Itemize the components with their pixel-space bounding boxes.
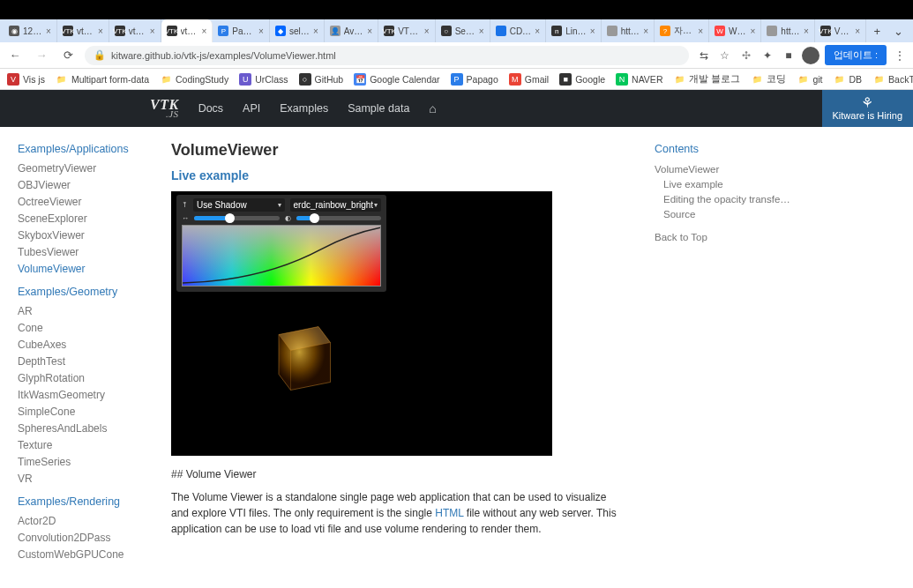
extension-icon[interactable]: ✣	[738, 48, 754, 63]
close-icon[interactable]: ×	[479, 26, 484, 36]
sidebar-item[interactable]: DepthTest	[18, 355, 150, 368]
browser-tab[interactable]: PPapag×	[213, 19, 270, 42]
bookmark-item[interactable]: ■Google	[559, 73, 605, 86]
back-to-top[interactable]: Back to Top	[655, 232, 792, 242]
reload-button[interactable]: ⟳	[58, 46, 78, 65]
github-icon[interactable]: ⌂	[429, 101, 436, 115]
sidebar-item[interactable]: ItkWasmGeometry	[18, 389, 150, 401]
bookmark-item[interactable]: UUrClass	[239, 73, 288, 86]
toc-item[interactable]: Editing the opacity transfe…	[655, 194, 792, 205]
sidebar-item[interactable]: OBJViewer	[18, 179, 150, 191]
browser-tab[interactable]: WWhat×	[709, 19, 761, 42]
tabs-dropdown[interactable]: ⌄	[887, 19, 909, 42]
close-icon[interactable]: ×	[313, 26, 318, 36]
toc-item[interactable]: VolumeViewer	[655, 164, 792, 175]
url-bar[interactable]: 🔒 kitware.github.io/vtk-js/examples/Volu…	[85, 46, 689, 65]
bookmark-item[interactable]: 📁git	[797, 73, 822, 86]
nav-examples[interactable]: Examples	[280, 102, 328, 115]
browser-tab[interactable]: ◉127.0×	[4, 19, 57, 42]
bookmark-item[interactable]: 📁CodingStudy	[160, 73, 228, 86]
close-icon[interactable]: ×	[855, 26, 860, 36]
sidebar-item[interactable]: Cone	[18, 322, 150, 334]
sidebar-item[interactable]: SimpleCone	[18, 406, 150, 418]
close-icon[interactable]: ×	[804, 26, 809, 36]
browser-tab[interactable]: https:×	[602, 19, 655, 42]
close-icon[interactable]: ×	[150, 26, 155, 36]
back-button[interactable]: ←	[5, 46, 25, 65]
sidebar-item[interactable]: SceneExplorer	[18, 212, 150, 225]
bookmark-item[interactable]: MGmail	[509, 73, 549, 86]
bookmark-item[interactable]: 📁DB	[833, 73, 862, 86]
sidebar-heading[interactable]: Examples/Rendering	[18, 495, 150, 508]
browser-tab[interactable]: ○Searc×	[436, 19, 490, 42]
sidebar-item[interactable]: VR	[18, 473, 150, 485]
sidebar-item[interactable]: CubeAxes	[18, 339, 150, 351]
browser-tab[interactable]: VTKvtk.js×	[161, 19, 213, 42]
toc-item[interactable]: Source	[655, 209, 792, 220]
upload-icon[interactable]: ⤒	[182, 201, 188, 209]
close-icon[interactable]: ×	[535, 26, 540, 36]
bookmark-item[interactable]: VVis js	[7, 73, 45, 86]
sidebar-item[interactable]: TimeSeries	[18, 456, 150, 468]
close-icon[interactable]: ×	[590, 26, 595, 36]
sidebar-heading[interactable]: Examples/Geometry	[18, 286, 150, 298]
bookmark-item[interactable]: NNAVER	[616, 73, 662, 86]
browser-tab[interactable]: VTKVTK E×	[378, 19, 436, 42]
shadow-select[interactable]: Use Shadow ▾	[193, 198, 285, 212]
bookmark-item[interactable]: 📁코딩	[751, 73, 786, 86]
bookmark-item[interactable]: 📁Multipart form-data	[56, 73, 149, 86]
close-icon[interactable]: ×	[698, 26, 703, 36]
close-icon[interactable]: ×	[98, 26, 103, 36]
close-icon[interactable]: ×	[258, 26, 264, 36]
close-icon[interactable]: ×	[750, 26, 755, 36]
browser-tab[interactable]: 👤Avata×	[325, 19, 378, 42]
sidebar-item[interactable]: Convolution2DPass	[18, 532, 150, 544]
sidebar-item[interactable]: GlyphRotation	[18, 372, 150, 384]
extension-dot-icon[interactable]: ■	[781, 48, 797, 63]
bookmark-item[interactable]: 📁개발 블로그	[673, 73, 740, 86]
gradient-editor[interactable]	[182, 225, 381, 287]
extensions-icon[interactable]: ✦	[760, 48, 775, 63]
new-tab-button[interactable]: +	[866, 19, 887, 42]
preset-select[interactable]: erdc_rainbow_bright ▾	[290, 198, 382, 212]
translate-icon[interactable]: ⇆	[696, 48, 712, 63]
sidebar-item[interactable]: SpheresAndLabels	[18, 422, 150, 435]
sidebar-heading[interactable]: Examples/Applications	[18, 143, 150, 155]
volume-viewer-canvas[interactable]: ⤒ Use Shadow ▾ erdc_rainbow_bright ▾ ↔	[171, 191, 552, 456]
bookmark-item[interactable]: ○GitHub	[299, 73, 344, 86]
browser-tab[interactable]: ◆select×	[270, 19, 325, 42]
bookmark-item[interactable]: 📅Google Calendar	[354, 73, 439, 86]
sidebar-item[interactable]: AR	[18, 305, 150, 317]
spacing-slider[interactable]	[194, 216, 280, 220]
nav-sample-data[interactable]: Sample data	[348, 102, 409, 115]
bookmark-star-icon[interactable]: ☆	[717, 48, 733, 63]
left-sidebar[interactable]: Examples/ApplicationsGeometryViewerOBJVi…	[0, 127, 150, 588]
hiring-banner[interactable]: ⚘ Kitware is Hiring	[822, 90, 913, 127]
forward-button[interactable]: →	[32, 46, 51, 65]
browser-tab[interactable]: ?자식 -×	[655, 19, 709, 42]
nav-api[interactable]: API	[243, 102, 260, 115]
menu-icon[interactable]: ⋮	[892, 48, 908, 63]
main-content[interactable]: VolumeViewer Live example ⤒ Use Shadow ▾…	[150, 127, 644, 588]
sidebar-item[interactable]: Actor2D	[18, 515, 150, 527]
sidebar-item[interactable]: OctreeViewer	[18, 196, 150, 208]
browser-tab[interactable]: VTKVTK:×	[815, 19, 866, 42]
sidebar-item[interactable]: TubesViewer	[18, 246, 150, 258]
nav-docs[interactable]: Docs	[198, 102, 223, 115]
sidebar-item[interactable]: Texture	[18, 439, 150, 451]
update-button[interactable]: 업데이트 :	[825, 45, 887, 65]
browser-tab[interactable]: VTKvtk.js×	[109, 19, 161, 42]
toc-item[interactable]: Live example	[655, 179, 792, 190]
profile-avatar[interactable]	[802, 47, 819, 64]
sidebar-item[interactable]: GeometryViewer	[18, 162, 150, 175]
site-logo[interactable]: VTK .JS	[150, 99, 179, 119]
sidebar-item[interactable]: SkyboxViewer	[18, 229, 150, 242]
browser-tab[interactable]: VTKvtk.js×	[57, 19, 109, 42]
sidebar-item[interactable]: CustomWebGPUCone	[18, 548, 150, 561]
close-icon[interactable]: ×	[201, 26, 206, 36]
browser-tab[interactable]: https:×	[761, 19, 814, 42]
opacity-slider[interactable]	[296, 216, 382, 220]
bookmark-item[interactable]: 📁BackTool	[872, 73, 913, 86]
close-icon[interactable]: ×	[643, 26, 648, 36]
close-icon[interactable]: ×	[367, 26, 372, 36]
